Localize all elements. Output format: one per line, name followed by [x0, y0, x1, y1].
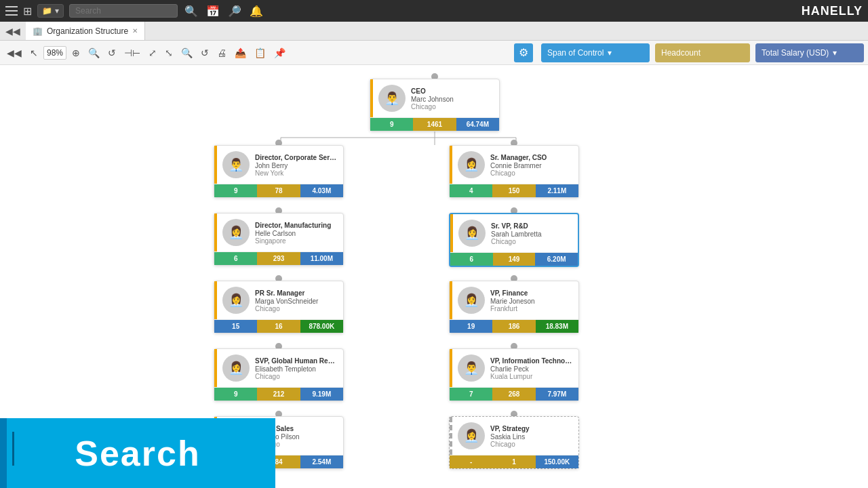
avatar-sr_mgr_cso: 👩‍💼 [458, 151, 485, 178]
collapse-tree-btn[interactable]: ⤡ [162, 46, 176, 60]
card-location-dir_corp: New York [255, 169, 338, 177]
folder-button[interactable]: 📁 ▾ [37, 4, 64, 18]
card-title-ceo: CEO [411, 87, 494, 96]
search-icon[interactable]: 🔍 [183, 3, 199, 19]
metric-ceo-0: 9 [370, 118, 413, 131]
org-card-vp_strategy[interactable]: 👩‍💼VP, StrategySaskia LinsChicago-1150.0… [449, 416, 579, 469]
pin-btn[interactable]: 📌 [271, 46, 288, 60]
metric-sr_mgr_cso-0: 4 [450, 184, 492, 197]
cursor-indicator [12, 432, 14, 466]
metric-vp_finance-2: 18.83M [536, 320, 578, 333]
total-salary-dropdown[interactable]: Total Salary (USD) ▾ [755, 43, 864, 62]
metric-vp_finance-1: 186 [492, 320, 535, 333]
card-location-vp_strategy: Chicago [490, 441, 573, 448]
org-card-sr_vp_rd[interactable]: 👩‍💼Sr. VP, R&DSarah LambrettaChicago6149… [449, 213, 579, 267]
refresh-btn[interactable]: ↺ [198, 46, 212, 60]
tab-close[interactable]: ✕ [132, 27, 138, 35]
org-card-vp_finance[interactable]: 👩‍💼VP, FinanceMarie JonesonFrankfurt1918… [449, 281, 579, 333]
avatar-svp_hr: 👩‍💼 [222, 354, 250, 382]
org-card-dir_corp[interactable]: 👨‍💼Director, Corporate ServicesJohn Berr… [214, 145, 344, 198]
card-name-vp_finance: Marie Joneson [490, 298, 573, 305]
pointer-tool[interactable]: ↖ [27, 46, 41, 60]
zoom-in-btn[interactable]: ⊕ [69, 46, 83, 60]
span-dropdown-arrow: ▾ [608, 48, 612, 58]
card-location-pr_sr_mgr: Chicago [255, 305, 338, 312]
card-name-svp_hr: Elisabeth Templeton [255, 365, 338, 373]
org-card-sr_mgr_cso[interactable]: 👩‍💼Sr. Manager, CSOConnie BrammerChicago… [449, 145, 579, 198]
zoom-reset-btn[interactable]: ↺ [105, 46, 119, 60]
app-logo: HANELLY [802, 4, 863, 18]
metric-svp_hr-2: 9.19M [300, 388, 343, 401]
org-card-vp_it[interactable]: 👨‍💼VP, Information TechnologyCharlie Pec… [449, 348, 579, 401]
avatar-sr_vp_rd: 👩‍💼 [458, 220, 486, 247]
tab-label: Organization Structure [47, 26, 128, 36]
tab-bar: ◀◀ 🏢 Organization Structure ✕ [0, 22, 868, 41]
copy-btn[interactable]: 📋 [252, 46, 269, 60]
metric-sr_mgr_cso-2: 2.11M [536, 184, 578, 197]
card-title-vp_it: VP, Information Technology [490, 357, 573, 365]
search-nodes-btn[interactable]: 🔍 [178, 46, 195, 60]
card-name-pr_sr_mgr: Marga VonSchneider [255, 298, 338, 305]
fit-btn[interactable]: ⊣⊢ [121, 46, 143, 60]
search2-icon[interactable]: 🔎 [226, 3, 243, 19]
zoom-cursor[interactable]: 🔍 [85, 46, 102, 60]
org-card-dir_mfg[interactable]: 👩‍💼Director, ManufacturingHelle CarlsonS… [214, 213, 344, 266]
total-salary-label: Total Salary (USD) [762, 48, 829, 58]
grid-icon: ⊞ [23, 5, 32, 18]
bell-icon[interactable]: 🔔 [248, 3, 264, 19]
card-location-ceo: Chicago [411, 103, 494, 110]
org-card-pr_sr_mgr[interactable]: 👩‍💼PR Sr. ManagerMarga VonSchneiderChica… [214, 281, 344, 333]
tab-org-structure[interactable]: 🏢 Organization Structure ✕ [26, 22, 145, 40]
card-title-vp_strategy: VP, Strategy [490, 424, 573, 433]
expand-btn[interactable]: ⤢ [146, 46, 159, 60]
search-overlay[interactable]: Search [0, 418, 275, 488]
metric-dir_mfg-0: 6 [214, 252, 257, 265]
metric-sr_vp_sales-2: 2.54M [300, 455, 343, 468]
avatar-ceo: 👨‍💼 [378, 85, 406, 112]
metric-pr_sr_mgr-1: 16 [257, 320, 300, 333]
metric-dir_corp-2: 4.03M [300, 184, 343, 197]
card-title-dir_corp: Director, Corporate Services [255, 153, 338, 162]
avatar-vp_finance: 👩‍💼 [458, 287, 485, 314]
card-title-dir_mfg: Director, Manufacturing [255, 221, 338, 230]
card-location-sr_mgr_cso: Chicago [490, 169, 573, 177]
span-of-control-dropdown[interactable]: Span of Control ▾ [541, 43, 650, 62]
card-name-dir_mfg: Helle Carlson [255, 230, 338, 237]
search-input[interactable] [69, 4, 178, 18]
headcount-dropdown[interactable]: Headcount [655, 43, 750, 62]
card-location-vp_finance: Frankfurt [490, 305, 573, 312]
metric-vp_finance-0: 19 [450, 320, 492, 333]
metric-vp_strategy-0: - [450, 455, 492, 468]
avatar-vp_it: 👨‍💼 [458, 354, 485, 382]
top-bar: ⊞ 📁 ▾ 🔍 📅 🔎 🔔 HANELLY [0, 0, 868, 22]
toolbar-dropdowns: Span of Control ▾ Headcount Total Salary… [541, 43, 864, 62]
span-of-control-label: Span of Control [547, 48, 604, 58]
metric-vp_strategy-1: 1 [492, 455, 535, 468]
avatar-dir_corp: 👨‍💼 [222, 151, 250, 178]
tab-icon: 🏢 [33, 26, 43, 36]
settings-gear-btn[interactable]: ⚙ [514, 43, 533, 62]
print-btn[interactable]: 🖨 [214, 46, 229, 60]
org-card-ceo[interactable]: 👨‍💼CEOMarc JohnsonChicago9146164.74M [370, 79, 500, 131]
metric-dir_mfg-1: 293 [257, 252, 300, 265]
metric-sr_vp_rd-1: 149 [493, 253, 536, 266]
metric-sr_vp_rd-2: 6.20M [535, 253, 578, 266]
calendar-icon[interactable]: 📅 [205, 3, 221, 19]
export-btn[interactable]: 📤 [232, 46, 249, 60]
card-location-dir_mfg: Singapore [255, 237, 338, 245]
card-title-pr_sr_mgr: PR Sr. Manager [255, 289, 338, 298]
card-name-sr_vp_rd: Sarah Lambretta [491, 230, 572, 238]
card-location-sr_vp_rd: Chicago [491, 238, 572, 245]
card-name-vp_strategy: Saskia Lins [490, 433, 573, 441]
org-card-svp_hr[interactable]: 👩‍💼SVP, Global Human ResourcesElisabeth … [214, 348, 344, 401]
metric-svp_hr-0: 9 [214, 388, 257, 401]
card-name-dir_corp: John Berry [255, 162, 338, 169]
card-title-vp_finance: VP, Finance [490, 289, 573, 298]
collapse-btn[interactable]: ◀◀ [4, 46, 24, 60]
metric-ceo-1: 1461 [413, 118, 456, 131]
metric-svp_hr-1: 212 [257, 388, 300, 401]
metric-vp_strategy-2: 150.00K [536, 455, 578, 468]
hamburger-menu[interactable] [5, 5, 18, 17]
search-overlay-text: Search [75, 433, 200, 474]
sidebar-toggle[interactable]: ◀◀ [0, 26, 26, 37]
